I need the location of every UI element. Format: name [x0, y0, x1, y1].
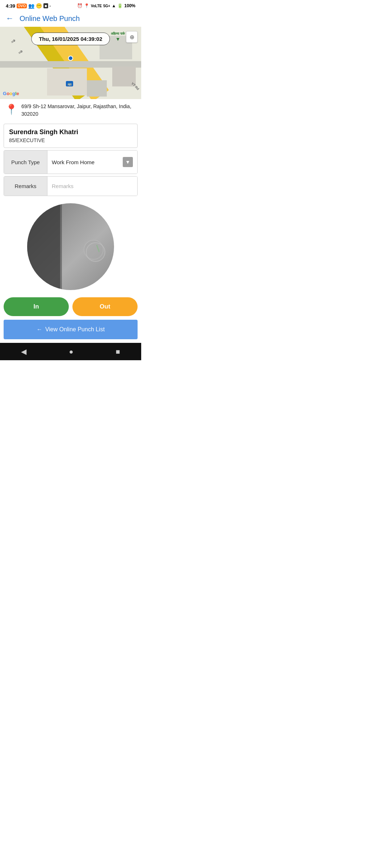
map-block-4: [87, 80, 107, 97]
user-id: 85/EXECUTIVE: [9, 137, 132, 143]
dropdown-icon: ▼: [123, 157, 133, 167]
page-title: Online Web Punch: [20, 14, 80, 23]
camera-preview[interactable]: [27, 203, 114, 290]
remarks-label: Remarks: [4, 176, 47, 196]
datetime-badge: Thu, 16/01/2025 04:39:02: [31, 33, 110, 45]
nav-home-button[interactable]: ●: [69, 348, 73, 356]
google-logo: Google: [3, 91, 19, 96]
my-location-button[interactable]: ⊕: [126, 31, 138, 43]
ovo-icon: OVO: [17, 4, 27, 8]
network-icon: 5G+: [103, 4, 110, 8]
remarks-placeholder: Remarks: [52, 183, 73, 189]
view-punch-list-button[interactable]: ← View Online Punch List: [4, 320, 138, 339]
navigation-bar: ◀ ● ■: [0, 343, 141, 360]
teams-icon: 👥: [28, 3, 34, 9]
user-location-dot: [68, 56, 73, 61]
status-time: 4:39: [6, 3, 15, 9]
battery-icon: 🔋: [117, 3, 123, 8]
arrow-left-icon: ←: [37, 326, 42, 333]
location-icon: 📍: [84, 3, 89, 8]
volte-icon: VoLTE: [91, 4, 102, 8]
status-bar: 4:39 OVO 👥 😶 ■ • ⏰ 📍 VoLTE 5G+ ▲ 🔋 100%: [0, 0, 141, 10]
header: ← Online Web Punch: [0, 10, 141, 27]
camera-shadow-left: [27, 203, 60, 290]
location-pin-icon: 📍: [5, 103, 18, 115]
in-button[interactable]: In: [4, 297, 69, 316]
dot-indicator: •: [50, 4, 51, 8]
status-left: 4:39 OVO 👥 😶 ■ •: [6, 3, 51, 9]
map-container: ⇒ ⇒ अहिल्या पार्क ▼ VT Rd Google 🚌 Thu, …: [0, 27, 141, 99]
location-row: 📍 69/9 Sh-12 Mansarovar, Jaipur, Rajasth…: [0, 99, 141, 122]
user-card: Surendra Singh Khatri 85/EXECUTIVE: [4, 124, 138, 148]
remarks-input[interactable]: Remarks: [47, 176, 137, 196]
punch-type-value: Work From Home: [52, 159, 94, 165]
crosshair-icon: ⊕: [130, 34, 134, 41]
location-address: 69/9 Sh-12 Mansarovar, Jaipur, Rajasthan…: [21, 103, 136, 118]
punch-type-row: Punch Type Work From Home ▼: [4, 150, 138, 174]
camera-lens-reflection: [84, 240, 104, 260]
alarm-icon: ⏰: [77, 3, 83, 8]
punch-type-select[interactable]: Work From Home ▼: [47, 150, 137, 174]
signal-icon: ▲: [112, 3, 116, 8]
camera-green-detail: [96, 245, 100, 252]
face-icon: 😶: [36, 3, 42, 9]
remarks-row: Remarks Remarks: [4, 176, 138, 196]
app-icon: ■: [43, 3, 48, 8]
battery-level: 100%: [124, 3, 135, 8]
punch-type-label: Punch Type: [4, 150, 47, 174]
park-pin-icon: ▼: [111, 36, 125, 42]
user-name: Surendra Singh Khatri: [9, 128, 132, 136]
nav-recents-button[interactable]: ■: [115, 348, 120, 356]
park-label: अहिल्या पार्क ▼: [111, 30, 125, 42]
back-button[interactable]: ←: [6, 14, 14, 23]
view-list-label: View Online Punch List: [45, 326, 105, 333]
status-right: ⏰ 📍 VoLTE 5G+ ▲ 🔋 100%: [77, 3, 135, 8]
bus-icon: 🚌: [66, 81, 73, 86]
action-buttons: In Out: [4, 297, 138, 316]
nav-back-button[interactable]: ◀: [21, 347, 26, 356]
out-button[interactable]: Out: [72, 297, 138, 316]
